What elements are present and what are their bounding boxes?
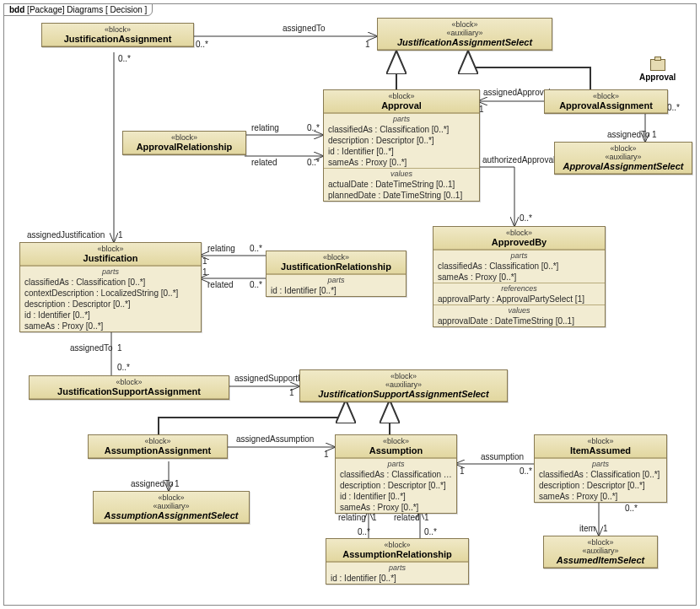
stereotype: «block» — [33, 378, 225, 386]
attr: id : Identifier [0..*] — [326, 573, 468, 584]
section-parts: parts — [326, 563, 468, 573]
name: Justification — [24, 253, 197, 263]
stereotype: «auxiliary» — [547, 547, 654, 555]
mult: 1 — [424, 513, 429, 522]
block-approval-relationship: «block»ApprovalRelationship — [122, 131, 246, 155]
mult: 0..* — [118, 54, 131, 63]
block-item-assumed: «block»ItemAssumed parts classifiedAs : … — [534, 434, 667, 503]
mult: 1 — [289, 388, 294, 397]
stereotype: «block» — [127, 133, 242, 142]
attr: sameAs : Proxy [0..*] — [336, 502, 456, 513]
block-approval-assignment-select: «block»«auxiliary»ApprovalAssignmentSele… — [554, 142, 692, 175]
stereotype: «block» — [558, 144, 688, 153]
block-justification-assignment: «block»JustificationAssignment — [41, 23, 194, 47]
stereotype: «block» — [97, 493, 245, 502]
attr: approvalParty : ApprovalPartySelect [1] — [433, 294, 605, 304]
section-parts: parts — [433, 251, 605, 261]
lbl-item: item — [579, 524, 595, 533]
attr: classifiedAs : Classification [0..*] — [324, 124, 479, 135]
stereotype: «block» — [538, 437, 663, 445]
mult: 1 — [175, 479, 180, 488]
name: AssumedItemSelect — [547, 555, 654, 565]
stereotype: «block» — [92, 437, 223, 445]
attr: sameAs : Proxy [0..*] — [20, 321, 201, 331]
lbl-assignedJustification: assignedJustification — [27, 230, 105, 240]
attr: description : Descriptor [0..*] — [336, 480, 456, 491]
section-values: values — [433, 305, 605, 315]
mult: 1 — [324, 450, 329, 459]
mult: 0..* — [196, 40, 208, 49]
stereotype: «block» — [46, 25, 190, 34]
stereotype: «auxiliary» — [304, 380, 503, 389]
attr: sameAs : Proxy [0..*] — [324, 157, 479, 168]
frame-prefix: bdd — [9, 5, 24, 14]
attr: id : Identifier [0..*] — [336, 491, 456, 502]
attr: approvalDate : DateTimeString [0..1] — [433, 315, 605, 326]
mult: 0..* — [307, 123, 320, 132]
lbl-assignedApproval: assignedApproval — [483, 88, 551, 97]
block-justification-relationship: «block»JustificationRelationship parts i… — [266, 251, 407, 297]
section-parts: parts — [336, 459, 456, 469]
lbl-related-2: related — [207, 280, 234, 289]
mult: 1 — [460, 466, 465, 476]
stereotype: «block» — [548, 92, 664, 100]
mult: 1 — [603, 524, 608, 533]
mult: 0..* — [117, 363, 130, 372]
stereotype: «block» — [304, 372, 503, 380]
mult: 1 — [118, 230, 123, 240]
block-approval: «block»Approval parts classifiedAs : Cla… — [323, 89, 480, 202]
mult: 1 — [372, 513, 377, 522]
mult: 1 — [365, 40, 370, 49]
mult: 0..* — [250, 244, 262, 253]
stereotype: «auxiliary» — [97, 502, 245, 510]
lbl-related-3: related — [394, 513, 420, 522]
name: ApprovalAssignment — [548, 100, 664, 110]
lbl-relating-3: relating — [338, 513, 366, 522]
section-parts: parts — [20, 267, 201, 277]
lbl-related: related — [251, 158, 277, 167]
stereotype: «block» — [381, 20, 548, 29]
attr: id : Identifier [0..*] — [20, 310, 201, 321]
attr: sameAs : Proxy [0..*] — [535, 491, 666, 502]
stereotype: «block» — [547, 538, 654, 547]
stereotype: «block» — [24, 245, 197, 253]
stereotype: «block» — [327, 92, 476, 100]
block-justification: «block»Justification parts classifiedAs … — [19, 242, 202, 332]
approval-package-icon: Approval — [639, 59, 676, 82]
stereotype: «block» — [270, 253, 402, 261]
stereotype: «auxiliary» — [381, 29, 548, 37]
mult: 0..* — [625, 504, 638, 513]
name: ApprovedBy — [437, 237, 601, 247]
attr: description : Descriptor [0..*] — [324, 135, 479, 146]
mult: 0..* — [520, 213, 532, 223]
lbl-assignedTo-3: assignedTo — [70, 343, 113, 353]
attr: description : Descriptor [0..*] — [20, 299, 201, 310]
block-jas-select: «block»«auxiliary»JustificationAssignmen… — [377, 18, 552, 51]
attr: classifiedAs : Classification [0..*] — [433, 261, 605, 272]
attr: classifiedAs : Classification [0..*] — [336, 469, 456, 480]
mult: 1 — [652, 130, 657, 139]
block-jsa-select: «block»«auxiliary»JustificationSupportAs… — [299, 369, 508, 402]
block-approval-assignment: «block»ApprovalAssignment — [544, 89, 668, 114]
name: JustificationSupportAssignment — [33, 386, 225, 396]
name: JustificationRelationship — [270, 261, 402, 272]
section-references: references — [433, 283, 605, 294]
block-assumption-relationship: «block»AssumptionRelationship parts id :… — [326, 538, 469, 585]
section-parts: parts — [267, 275, 406, 285]
block-assumed-item-select: «block»«auxiliary»AssumedItemSelect — [543, 536, 658, 569]
stereotype: «auxiliary» — [558, 153, 688, 161]
lbl-assignedTo-4: assignedTo — [131, 479, 174, 488]
block-assumption-assignment: «block»AssumptionAssignment — [88, 434, 228, 459]
mult: 1 — [117, 343, 122, 353]
mult: 0..* — [358, 527, 370, 536]
block-assumption-assignment-select: «block»«auxiliary»AssumptionAssignmentSe… — [93, 491, 250, 524]
lbl-assumption: assumption — [481, 452, 524, 461]
mult: 0..* — [250, 280, 262, 289]
mult: 1 — [202, 256, 207, 266]
attr: description : Descriptor [0..*] — [535, 480, 666, 491]
stereotype: «block» — [330, 541, 465, 549]
name: JustificationSupportAssignmentSelect — [304, 389, 503, 399]
mult: 0..* — [424, 527, 437, 536]
block-approved-by: «block»ApprovedBy parts classifiedAs : C… — [433, 226, 606, 327]
name: AssumptionAssignmentSelect — [97, 510, 245, 520]
